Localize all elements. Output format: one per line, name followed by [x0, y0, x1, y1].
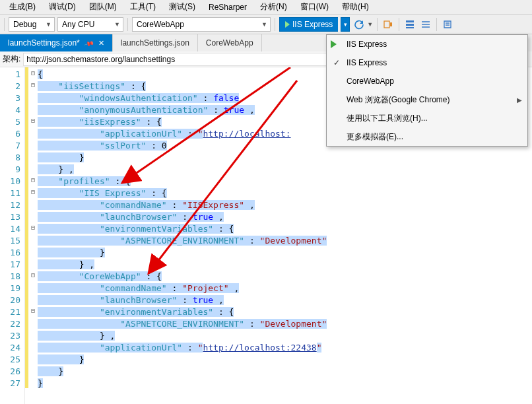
- menu-item[interactable]: 团队(M): [83, 0, 123, 14]
- fold-toggle[interactable]: ⊟: [28, 174, 38, 186]
- code-line[interactable]: }: [38, 378, 532, 389]
- run-dropdown-button[interactable]: ▾: [341, 17, 350, 32]
- code-line[interactable]: "CoreWebApp" : {: [38, 271, 532, 283]
- chevron-down-icon: ▼: [114, 21, 120, 28]
- separator: [275, 18, 275, 31]
- line-gutter: 1234567891011121314151617181920212223242…: [0, 67, 25, 404]
- config-text: Debug: [13, 20, 36, 29]
- code-line[interactable]: "applicationUrl" : "http://localhost:224…: [38, 342, 532, 354]
- menubar: 生成(B)调试(D)团队(M)工具(T)测试(S)ReSharper分析(N)窗…: [0, 0, 532, 15]
- play-icon: [285, 21, 290, 28]
- code-line[interactable]: "ASPNETCORE_ENVIRONMENT" : "Development": [38, 318, 532, 330]
- fold-gutter: ⊟⊟⊟⊟⊟⊟⊟⊟: [28, 67, 38, 404]
- separator: [436, 18, 437, 31]
- menu-item[interactable]: 工具(T): [123, 0, 162, 14]
- dropdown-item[interactable]: IIS Express: [327, 35, 527, 53]
- code-line[interactable]: } ,: [38, 259, 532, 271]
- dropdown-item-label: Web 浏览器(Google Chrome): [347, 94, 450, 106]
- chevron-down-icon: ▼: [367, 21, 373, 28]
- run-button[interactable]: IIS Express: [279, 17, 338, 32]
- config-combo[interactable]: Debug▼: [9, 17, 55, 32]
- menu-item[interactable]: 窗口(W): [294, 0, 335, 14]
- platform-combo[interactable]: Any CPU▼: [57, 17, 123, 32]
- project-text: CoreWebApp: [137, 20, 184, 29]
- menu-item[interactable]: 测试(S): [162, 0, 202, 14]
- code-line[interactable]: "ASPNETCORE_ENVIRONMENT" : "Development": [38, 235, 532, 247]
- svg-rect-4: [406, 27, 414, 28]
- tab-label: launchSettings.json: [121, 38, 189, 48]
- code-line[interactable]: }: [38, 366, 532, 378]
- code-line[interactable]: }: [38, 354, 532, 366]
- svg-rect-3: [406, 24, 414, 26]
- menu-item[interactable]: 调试(D): [42, 0, 83, 14]
- dropdown-item-label: IIS Express: [347, 40, 387, 49]
- code-line[interactable]: "commandName" : "IISExpress" ,: [38, 199, 532, 211]
- menu-item[interactable]: 分析(N): [253, 0, 294, 14]
- fold-toggle[interactable]: ⊟: [28, 186, 38, 198]
- svg-rect-1: [390, 22, 392, 26]
- project-combo[interactable]: CoreWebApp▼: [132, 17, 271, 32]
- separator: [127, 18, 128, 31]
- toolbar-icon[interactable]: [441, 18, 454, 31]
- tab[interactable]: launchSettings.json*📌✕: [0, 34, 113, 51]
- dropdown-item-label: 使用以下工具浏览(H)...: [347, 113, 428, 124]
- fold-toggle[interactable]: ⊟: [28, 305, 38, 317]
- fold-toggle[interactable]: ⊟: [28, 222, 38, 234]
- svg-rect-2: [406, 20, 414, 22]
- run-label: IIS Express: [292, 20, 333, 29]
- code-line[interactable]: }: [38, 247, 532, 259]
- tab[interactable]: launchSettings.json: [113, 34, 198, 51]
- dropdown-item[interactable]: ✓IIS Express: [327, 53, 527, 72]
- separator: [377, 18, 378, 31]
- code-line[interactable]: }: [38, 152, 532, 164]
- toolbar-icon[interactable]: [419, 18, 432, 31]
- dropdown-item[interactable]: 使用以下工具浏览(H)...: [327, 109, 527, 127]
- menu-item[interactable]: ReSharper: [202, 1, 253, 13]
- dropdown-item-label: IIS Express: [347, 58, 387, 67]
- menu-item[interactable]: 帮助(H): [335, 0, 376, 14]
- fold-toggle[interactable]: ⊟: [28, 115, 38, 127]
- dropdown-item[interactable]: 更多模拟器(E)...: [327, 127, 527, 146]
- code-line[interactable]: "environmentVariables" : {: [38, 223, 532, 235]
- code-line[interactable]: "environmentVariables" : {: [38, 306, 532, 318]
- dropdown-item[interactable]: CoreWebApp: [327, 72, 527, 90]
- tab-label: CoreWebApp: [206, 38, 253, 48]
- dropdown-item-label: CoreWebApp: [347, 77, 394, 86]
- dropdown-item[interactable]: Web 浏览器(Google Chrome)▶: [327, 90, 527, 109]
- refresh-button[interactable]: ▼: [352, 18, 373, 31]
- fold-toggle[interactable]: ⊟: [28, 79, 38, 91]
- code-line[interactable]: "commandName" : "Project" ,: [38, 283, 532, 294]
- toolbar: Debug▼ Any CPU▼ CoreWebApp▼ IIS Express▾…: [0, 15, 532, 34]
- fold-toggle[interactable]: ⊟: [28, 269, 38, 281]
- tab-label: launchSettings.json*: [8, 38, 80, 48]
- code-line[interactable]: "IIS Express" : {: [38, 187, 532, 199]
- chevron-down-icon: ▼: [46, 21, 51, 28]
- separator: [399, 18, 399, 31]
- check-icon: ✓: [331, 58, 343, 67]
- code-line[interactable]: "profiles" : {: [38, 176, 532, 187]
- tab[interactable]: CoreWebApp: [198, 34, 262, 51]
- separator: [4, 18, 5, 31]
- code-line[interactable]: } ,: [38, 330, 532, 342]
- svg-rect-0: [384, 21, 389, 28]
- schema-label: 架构:: [3, 53, 20, 65]
- close-icon[interactable]: ✕: [98, 39, 104, 48]
- code-line[interactable]: } ,: [38, 164, 532, 176]
- pin-icon[interactable]: 📌: [84, 38, 94, 48]
- refresh-icon: [352, 18, 366, 31]
- chevron-down-icon: ▼: [261, 21, 267, 28]
- menu-item[interactable]: 生成(B): [3, 0, 42, 14]
- dropdown-item-label: 更多模拟器(E)...: [347, 131, 403, 143]
- code-line[interactable]: "launchBrowser" : true ,: [38, 211, 532, 223]
- fold-toggle[interactable]: ⊟: [28, 67, 38, 79]
- chevron-right-icon: ▶: [517, 96, 522, 104]
- platform-text: Any CPU: [62, 20, 94, 29]
- run-target-dropdown: IIS Express✓IIS ExpressCoreWebAppWeb 浏览器…: [326, 34, 528, 147]
- toolbar-icon[interactable]: [382, 18, 395, 31]
- play-icon: [331, 40, 337, 48]
- toolbar-icon[interactable]: [403, 18, 416, 31]
- code-line[interactable]: "launchBrowser" : true ,: [38, 294, 532, 306]
